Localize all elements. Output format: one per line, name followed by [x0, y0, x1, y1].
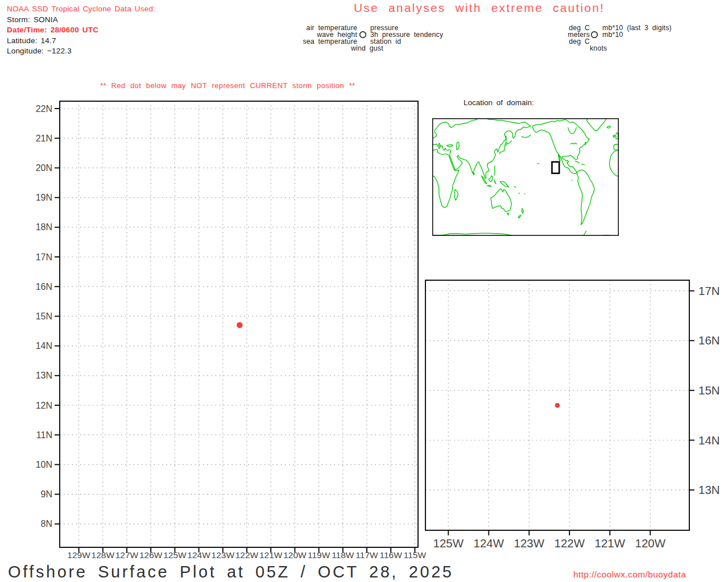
x-axis-tick-label: 119W [308, 550, 330, 560]
y-axis-tick-label: 14N [36, 341, 52, 351]
coastline [522, 135, 531, 138]
storm-name: Storm: SONIA [7, 15, 155, 26]
x-axis-tick-label: 121W [259, 550, 283, 560]
domain-zoom-plot: 125W124W123W122W121W120W17N16N15N14N13N [415, 273, 728, 557]
x-axis-tick-label: 126W [139, 550, 163, 560]
coastline [508, 141, 511, 144]
domain-map-title: Location of domain: [464, 98, 534, 107]
units-sea-temperature: deg C [544, 38, 590, 45]
coastline [489, 176, 493, 181]
coastline [432, 118, 531, 178]
domain-box-marker [552, 162, 559, 173]
coastline [610, 150, 619, 176]
coastline [499, 142, 507, 153]
y-axis-tick-label: 13N [698, 483, 720, 496]
caution-banner: Use analyses with extreme caution! [354, 1, 605, 15]
coastline [532, 119, 589, 173]
y-axis-tick-label: 21N [36, 134, 52, 143]
legend-wind-gust: wind gust [351, 45, 383, 52]
x-axis-tick-label: 124W [187, 550, 210, 560]
coastline [576, 161, 580, 163]
x-axis-tick-label: 118W [332, 550, 354, 560]
world-map [432, 118, 619, 236]
station-circle-icon [359, 31, 367, 39]
y-axis-tick-label: 9N [41, 489, 52, 499]
station-legend-left-column: air temperature wave height sea temperat… [283, 24, 357, 45]
coastline [518, 215, 521, 218]
y-axis-tick-label: 15N [698, 384, 720, 397]
x-axis-tick-label: 120W [283, 550, 307, 560]
coastline [615, 132, 619, 139]
coastline [494, 180, 496, 184]
y-axis-tick-label: 16N [36, 282, 52, 292]
storm-latitude: Latitude: 14.7 [7, 36, 155, 47]
coastline [454, 190, 458, 201]
units-wind-gust: knots [590, 45, 607, 52]
y-axis-tick-label: 19N [36, 193, 52, 202]
x-axis-tick-label: 123W [514, 537, 545, 550]
units-legend-right-column: mb*10 (last 3 digits) mb*10 [602, 24, 672, 38]
station-legend-right-column: pressure 3h pressure tendency station id [370, 24, 443, 45]
legend-sea-temperature: sea temperature [283, 38, 357, 45]
y-axis-tick-label: 13N [36, 371, 52, 380]
x-axis-tick-label: 122W [235, 550, 259, 560]
x-axis-tick-label: 125W [433, 537, 464, 550]
coastline [506, 136, 506, 142]
coastline [568, 128, 577, 134]
y-axis-tick-label: 14N [698, 434, 720, 447]
storm-datetime: Date/Time: 28/0600 UTC [7, 25, 155, 36]
coastline [519, 193, 519, 194]
world-map-border [433, 119, 619, 236]
x-axis-tick-label: 121W [595, 537, 626, 550]
y-axis-tick-label: 20N [36, 163, 52, 173]
x-axis-tick-label: 122W [555, 537, 585, 550]
main-surface-plot: 129W128W127W126W125W124W123W122W121W120W… [23, 91, 432, 568]
page-title: Offshore Surface Plot at 05Z / OCT 28, 2… [8, 563, 454, 581]
coastline [487, 185, 491, 186]
coastline [457, 142, 460, 149]
coastline [537, 164, 539, 164]
y-axis-tick-label: 15N [36, 311, 52, 321]
coastline [473, 173, 474, 175]
storm-position-dot [237, 322, 243, 329]
y-axis-tick-label: 22N [36, 104, 52, 114]
x-axis-tick-label: 116W [380, 550, 403, 560]
coastline [577, 170, 594, 225]
y-axis-tick-label: 8N [41, 519, 52, 529]
storm-data-source: NOAA SSD Tropical Cyclone Data Used: [7, 4, 155, 15]
offshore-surface-plot-page: NOAA SSD Tropical Cyclone Data Used: Sto… [0, 0, 728, 582]
x-axis-tick-label: 127W [115, 550, 139, 560]
y-axis-tick-label: 17N [698, 284, 720, 297]
y-axis-tick-label: 17N [36, 252, 52, 262]
coastline [447, 145, 453, 147]
y-axis-tick-label: 18N [36, 222, 52, 232]
coastline [587, 118, 607, 131]
x-axis-tick-label: 117W [355, 550, 378, 560]
x-axis-tick-label: 125W [163, 550, 187, 560]
source-url: http://coolwx.com/buoydata [573, 569, 686, 580]
y-axis-tick-label: 11N [36, 430, 52, 440]
storm-info-block: NOAA SSD Tropical Cyclone Data Used: Sto… [7, 4, 155, 57]
storm-longitude: Longitude: −122.3 [7, 46, 155, 57]
units-pressure-tendency: mb*10 [602, 31, 672, 38]
coastline [491, 189, 511, 211]
y-axis-tick-label: 12N [36, 401, 52, 410]
coastline [514, 186, 516, 187]
coastline [522, 209, 524, 214]
coastline [613, 135, 615, 138]
storm-position-dot [555, 403, 560, 408]
coastline [500, 181, 508, 187]
storm-position-warning: ** Red dot below may NOT represent CURRE… [100, 81, 355, 90]
y-axis-tick-label: 16N [698, 334, 720, 347]
coastline [432, 149, 459, 207]
x-axis-tick-label: 123W [212, 550, 235, 560]
x-axis-tick-label: 124W [474, 537, 504, 550]
coastline [570, 143, 577, 144]
y-axis-tick-label: 10N [36, 460, 52, 469]
x-axis-tick-label: 128W [92, 550, 115, 560]
coastline [581, 164, 585, 165]
units-circle-icon [590, 31, 598, 39]
coastline [494, 166, 495, 175]
coastline [507, 213, 509, 215]
coastline [607, 126, 610, 128]
